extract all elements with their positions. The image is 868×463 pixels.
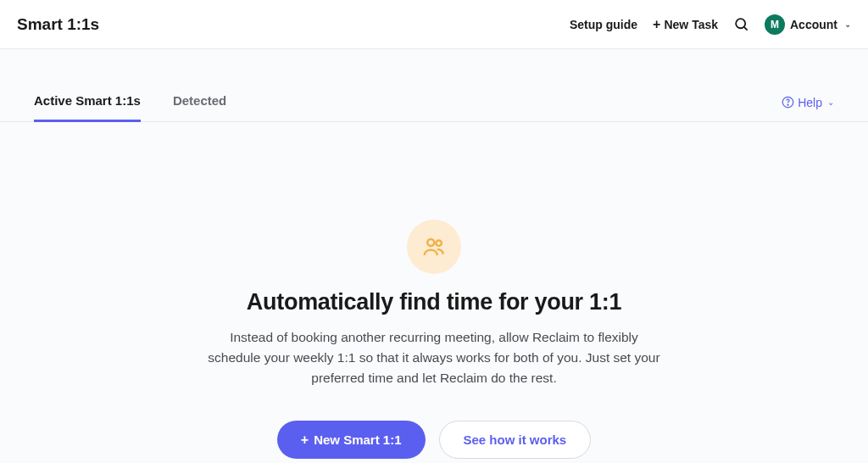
tab-detected[interactable]: Detected xyxy=(173,83,226,122)
empty-state: Automatically find time for your 1:1 Ins… xyxy=(0,220,868,459)
new-task-button[interactable]: + New Task xyxy=(653,18,718,31)
help-link[interactable]: Help ⌄ xyxy=(782,96,834,109)
primary-cta-label: New Smart 1:1 xyxy=(314,432,401,447)
empty-state-description: Instead of booking another recurring mee… xyxy=(205,327,663,388)
search-icon[interactable] xyxy=(733,16,749,32)
svg-point-0 xyxy=(736,19,745,28)
help-label: Help xyxy=(798,96,822,109)
tab-active-smart-11s[interactable]: Active Smart 1:1s xyxy=(34,83,141,122)
header-actions: Setup guide + New Task M Account ⌄ xyxy=(570,14,851,35)
avatar: M xyxy=(765,14,785,35)
empty-state-title: Automatically find time for your 1:1 xyxy=(17,289,851,315)
people-icon xyxy=(407,220,461,274)
help-icon xyxy=(782,96,794,109)
new-task-label: New Task xyxy=(664,18,718,31)
chevron-down-icon: ⌄ xyxy=(844,20,851,29)
cta-row: + New Smart 1:1 See how it works xyxy=(17,421,851,459)
plus-icon: + xyxy=(301,433,309,447)
account-label: Account xyxy=(790,18,837,31)
plus-icon: + xyxy=(653,18,660,31)
new-smart-11-button[interactable]: + New Smart 1:1 xyxy=(277,421,426,459)
account-menu[interactable]: M Account ⌄ xyxy=(765,14,851,35)
setup-guide-link[interactable]: Setup guide xyxy=(570,18,637,31)
svg-point-5 xyxy=(436,240,442,246)
chevron-down-icon: ⌄ xyxy=(827,98,834,107)
see-how-it-works-button[interactable]: See how it works xyxy=(439,421,592,459)
tabs-row: Active Smart 1:1s Detected Help ⌄ xyxy=(0,83,868,122)
svg-point-4 xyxy=(427,239,434,246)
svg-line-1 xyxy=(744,27,748,31)
tabs: Active Smart 1:1s Detected xyxy=(34,83,226,121)
page-title: Smart 1:1s xyxy=(17,15,99,34)
header: Smart 1:1s Setup guide + New Task M Acco… xyxy=(0,0,868,49)
svg-point-3 xyxy=(787,104,788,105)
